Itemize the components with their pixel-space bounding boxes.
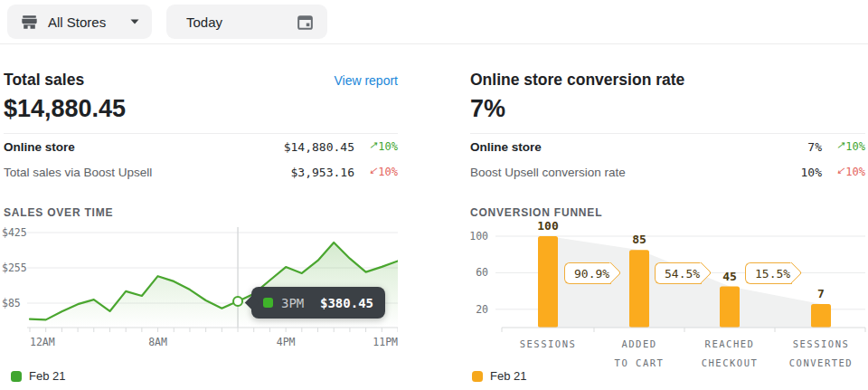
view-report-link[interactable]: View report xyxy=(334,73,398,88)
legend-feb21-funnel[interactable]: Feb 21 xyxy=(472,369,526,383)
x-axis-label: 8AM xyxy=(148,336,167,348)
section-title: CONVERSION FUNNEL xyxy=(470,206,602,219)
category-label: REACHED xyxy=(705,338,755,349)
bar-value-label: 45 xyxy=(722,270,737,283)
chart-tooltip: 3PM $380.45 xyxy=(251,287,385,319)
legend-label: Feb 21 xyxy=(490,369,526,383)
y-axis-label: 100 xyxy=(469,230,488,243)
metric-label: Total sales via Boost Upsell xyxy=(4,166,152,179)
category-label: CHECKOUT xyxy=(702,357,759,368)
card-title: Online store conversion rate xyxy=(470,71,684,90)
metric-value: $14,880.45 xyxy=(284,140,354,154)
metric-delta: ↗10% xyxy=(354,140,398,153)
y-axis-label: 20 xyxy=(476,303,488,316)
legend-feb21-sales[interactable]: Feb 21 xyxy=(11,369,65,383)
category-label: SESSIONS xyxy=(520,338,577,349)
category-label: TO CART xyxy=(615,357,665,368)
funnel-drop-badge: 15.5% xyxy=(745,262,792,284)
trend-up-icon: ↗ xyxy=(836,139,844,151)
metric-label: Online store xyxy=(4,140,75,154)
trend-down-icon: ↙ xyxy=(369,165,377,176)
conversion-rate-card: Online store conversion rate 7% Online s… xyxy=(434,0,868,390)
funnel-bar-0 xyxy=(538,236,558,328)
bar-value-label: 7 xyxy=(817,287,825,300)
funnel-bar-1 xyxy=(629,250,649,328)
metric-value: $3,953.16 xyxy=(291,166,354,179)
metric-delta: ↗10% xyxy=(822,140,865,153)
metric-rows: Online store 7% ↗10% Boost Upsell conver… xyxy=(470,133,865,185)
metric-value: 10% xyxy=(801,166,822,179)
metric-label: Boost Upsell conversion rate xyxy=(470,166,626,179)
funnel-bar-3 xyxy=(811,304,831,328)
funnel-bar-2 xyxy=(720,287,740,328)
bar-value-label: 85 xyxy=(632,233,646,246)
conversion-funnel-chart[interactable]: 100602010085457SESSIONSADDEDTO CARTREACH… xyxy=(434,222,868,371)
metric-row-online-store: Online store 7% ↗10% xyxy=(470,134,865,159)
card-header: Total sales View report xyxy=(4,71,398,90)
y-axis-label: $85 xyxy=(2,297,21,309)
metric-label: Online store xyxy=(470,140,542,154)
x-axis-label: 4PM xyxy=(277,336,296,348)
legend-swatch-green xyxy=(11,371,22,382)
y-axis-label: $255 xyxy=(2,262,27,274)
x-axis-label: 12AM xyxy=(30,336,55,348)
metric-row-boost-upsell: Boost Upsell conversion rate 10% ↙10% xyxy=(470,159,865,185)
hover-marker xyxy=(233,297,242,306)
category-label: ADDED xyxy=(621,338,656,349)
metric-row-online-store: Online store $14,880.45 ↗10% xyxy=(4,134,398,159)
metric-delta: ↙10% xyxy=(822,166,865,178)
category-label: CONVERTED xyxy=(789,357,853,368)
y-axis-label: $425 xyxy=(2,226,27,239)
conversion-rate-value: 7% xyxy=(470,95,505,123)
analytics-dashboard: All Stores Today Total sales View report… xyxy=(0,0,868,390)
total-sales-value: $14,880.45 xyxy=(4,95,126,123)
y-axis-label: 60 xyxy=(476,266,488,279)
card-title: Total sales xyxy=(4,71,84,90)
trend-down-icon: ↙ xyxy=(836,165,844,176)
section-title: SALES OVER TIME xyxy=(4,206,113,219)
trend-up-icon: ↗ xyxy=(369,139,377,151)
legend-label: Feb 21 xyxy=(29,369,65,383)
tooltip-value: $380.45 xyxy=(320,296,373,310)
category-label: SESSIONS xyxy=(793,338,850,349)
metric-value: 7% xyxy=(807,140,822,154)
metric-rows: Online store $14,880.45 ↗10% Total sales… xyxy=(4,133,398,185)
legend-swatch-orange xyxy=(472,371,483,382)
funnel-drop-badge: 90.9% xyxy=(564,262,611,284)
funnel-drop-badge: 54.5% xyxy=(655,262,702,284)
metric-row-boost-upsell: Total sales via Boost Upsell $3,953.16 ↙… xyxy=(4,159,398,185)
tooltip-time: 3PM xyxy=(281,296,304,310)
metric-delta: ↙10% xyxy=(354,166,398,178)
total-sales-card: Total sales View report $14,880.45 Onlin… xyxy=(0,0,398,390)
card-header: Online store conversion rate xyxy=(470,71,865,90)
x-axis-label: 11PM xyxy=(373,336,398,348)
series-color-swatch xyxy=(263,298,273,308)
bar-value-label: 100 xyxy=(537,222,559,233)
